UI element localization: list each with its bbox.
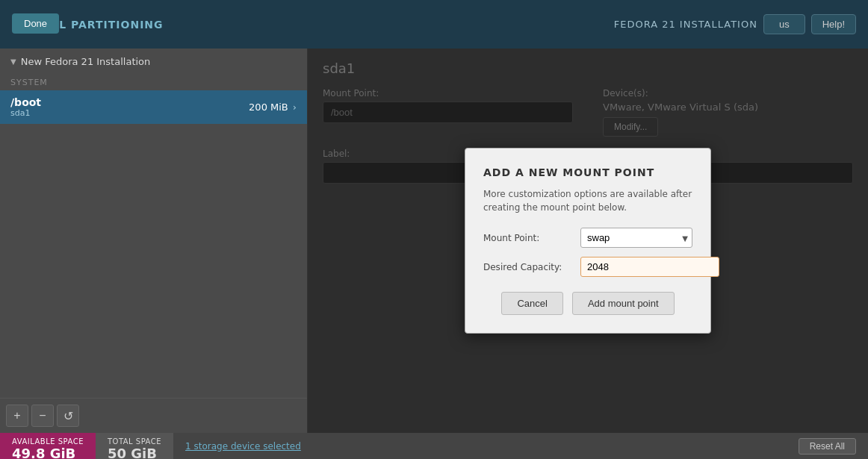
top-bar: Done MANUAL PARTITIONING FEDORA 21 INSTA…: [0, 0, 868, 49]
reset-wrapper: Reset All: [799, 433, 868, 459]
bottom-bar: AVAILABLE SPACE 49.8 GiB TOTAL SPACE 50 …: [0, 433, 868, 459]
refresh-button[interactable]: ↺: [57, 405, 79, 427]
remove-partition-button[interactable]: −: [31, 405, 54, 427]
modal-desired-capacity-field: Desired Capacity:: [483, 257, 692, 277]
available-space-label: AVAILABLE SPACE: [12, 437, 84, 446]
modal-overlay: ADD A NEW MOUNT POINT More customization…: [308, 49, 868, 433]
partition-device: sda1: [10, 108, 41, 118]
storage-device-link[interactable]: 1 storage device selected: [185, 441, 301, 452]
total-space-value: 50 GiB: [108, 446, 161, 459]
total-space-label: TOTAL SPACE: [108, 437, 161, 446]
storage-link-wrapper: 1 storage device selected: [173, 433, 799, 459]
sidebar-content: [0, 124, 307, 398]
add-partition-button[interactable]: +: [6, 405, 28, 427]
right-panel: sda1 Mount Point: Device(s): VMware, VMw…: [308, 49, 868, 433]
modal-description: More customization options are available…: [483, 187, 692, 214]
sidebar-footer: + − ↺: [0, 398, 307, 433]
partition-info: /boot sda1: [10, 96, 41, 118]
modal-buttons: Cancel Add mount point: [483, 292, 692, 315]
partition-size: 200 MiB ›: [249, 102, 297, 113]
top-bar-right: FEDORA 21 INSTALLATION us Help!: [614, 14, 856, 34]
mount-point-select[interactable]: swap / /boot /home /tmp /var: [580, 228, 692, 248]
desired-capacity-input[interactable]: [580, 257, 719, 277]
cancel-button[interactable]: Cancel: [501, 292, 562, 315]
add-mount-point-button[interactable]: Add mount point: [572, 292, 675, 315]
modal-title: ADD A NEW MOUNT POINT: [483, 166, 692, 178]
available-space-box: AVAILABLE SPACE 49.8 GiB: [0, 433, 96, 459]
modal-desired-capacity-label: Desired Capacity:: [483, 262, 573, 272]
available-space-value: 49.8 GiB: [12, 446, 84, 459]
system-label: SYSTEM: [0, 75, 307, 90]
done-button[interactable]: Done: [12, 13, 59, 34]
help-button[interactable]: Help!: [811, 14, 856, 34]
mount-point-select-wrapper: swap / /boot /home /tmp /var ▼: [580, 228, 692, 248]
chevron-right-icon: ›: [293, 102, 297, 113]
sidebar-header-label: New Fedora 21 Installation: [21, 56, 151, 67]
reset-all-button[interactable]: Reset All: [799, 438, 856, 455]
sidebar: ▼ New Fedora 21 Installation SYSTEM /boo…: [0, 49, 308, 433]
modal: ADD A NEW MOUNT POINT More customization…: [465, 148, 711, 334]
partition-name: /boot: [10, 96, 41, 108]
modal-mount-point-label: Mount Point:: [483, 233, 573, 243]
sidebar-header[interactable]: ▼ New Fedora 21 Installation: [0, 49, 307, 75]
partition-item[interactable]: /boot sda1 200 MiB ›: [0, 90, 307, 124]
modal-mount-point-field: Mount Point: swap / /boot /home /tmp /va…: [483, 228, 692, 248]
total-space-box: TOTAL SPACE 50 GiB: [96, 433, 173, 459]
chevron-down-icon: ▼: [10, 57, 16, 66]
language-button[interactable]: us: [763, 14, 805, 34]
app-title: FEDORA 21 INSTALLATION: [614, 19, 757, 30]
partition-size-value: 200 MiB: [249, 102, 288, 113]
